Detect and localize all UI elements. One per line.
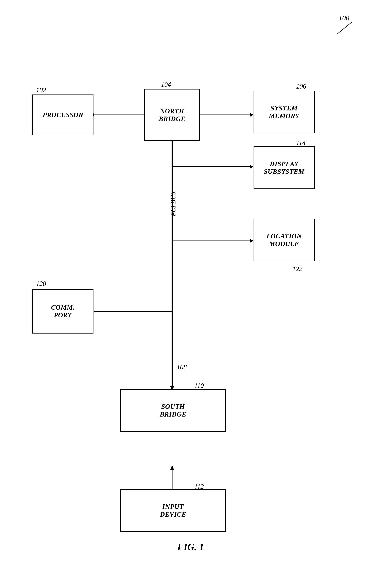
system-memory-ref: 106: [296, 83, 306, 90]
diagram: 100 PROCESSOR 102 NORTH BRIDGE 104 SYSTE…: [0, 0, 392, 582]
location-module-box: LOCATION MODULE: [254, 219, 315, 261]
ref-108-label: 108: [177, 363, 187, 371]
svg-marker-9: [250, 165, 254, 169]
system-memory-box: SYSTEM MEMORY: [254, 91, 315, 133]
svg-marker-5: [250, 113, 254, 117]
display-subsystem-box: DISPLAY SUBSYSTEM: [254, 146, 315, 189]
south-bridge-box: SOUTH BRIDGE: [120, 389, 226, 432]
input-device-ref: 112: [194, 483, 204, 490]
svg-line-0: [337, 22, 352, 34]
ref-100-label: 100: [339, 14, 349, 22]
location-module-ref: 122: [292, 265, 302, 273]
processor-box: PROCESSOR: [32, 95, 94, 135]
svg-marker-13: [172, 310, 172, 313]
comm-port-box: COMM. PORT: [32, 289, 94, 334]
svg-marker-17: [170, 465, 174, 470]
display-subsystem-ref: 114: [296, 139, 306, 147]
north-bridge-ref: 104: [161, 81, 171, 88]
figure-title: FIG. 1: [144, 541, 237, 552]
north-bridge-box: NORTH BRIDGE: [144, 89, 200, 141]
input-device-box: INPUT DEVICE: [120, 489, 226, 532]
pci-bus-label: PCI BUS: [169, 192, 177, 216]
svg-marker-11: [250, 239, 254, 243]
comm-port-ref: 120: [36, 280, 46, 287]
processor-ref: 102: [36, 86, 46, 94]
south-bridge-ref: 110: [194, 382, 204, 390]
